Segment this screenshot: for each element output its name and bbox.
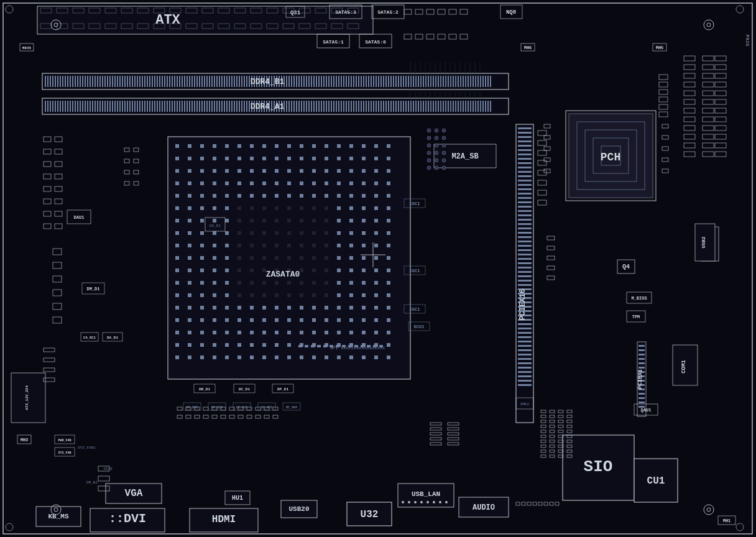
pcb-canvas xyxy=(0,0,756,537)
pcb-schematic xyxy=(0,0,756,537)
